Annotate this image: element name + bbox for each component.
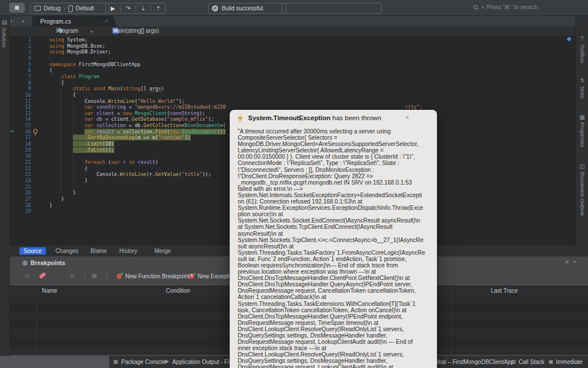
tool-tab-toolbox[interactable]: ⊤Toolbox — [576, 36, 588, 63]
tool-tab-tests[interactable]: ↯Tests — [576, 77, 588, 98]
tool-tab-document-outline[interactable]: ◫Document Outline — [576, 163, 588, 216]
new-function-breakpoint-icon[interactable]: + — [117, 274, 122, 279]
line-number[interactable]: 24 — [10, 178, 31, 184]
code-line[interactable]: var collection = db.GetCollection<BsonDo… — [49, 122, 226, 129]
line-number[interactable]: 7 — [10, 74, 31, 80]
line-number[interactable]: 29 — [10, 208, 31, 214]
code-line[interactable]: .ToList(); — [49, 147, 114, 154]
column-name[interactable]: Name — [42, 288, 57, 294]
remove-all-icon[interactable]: ⊗ — [69, 272, 75, 279]
code-line[interactable]: using MongoDB.Bson; — [49, 43, 105, 49]
line-number[interactable]: 28 — [10, 202, 31, 209]
new-function-breakpoint-button[interactable]: New Function Breakpoint — [125, 273, 189, 279]
line-number[interactable]: 6 — [10, 67, 31, 74]
build-status-widget[interactable]: ✓ Build successful. — [208, 3, 287, 14]
forward-arrow[interactable]: › — [22, 17, 24, 24]
line-number[interactable]: 2 — [10, 43, 31, 49]
scrollbar-marker[interactable] — [567, 37, 571, 41]
code-line[interactable]: foreach (var r in result) — [49, 159, 158, 166]
code-line[interactable]: static void Main(string[] args) — [49, 86, 164, 92]
exception-message[interactable]: "A timeout occurred after 30000ms select… — [238, 128, 430, 368]
code-line[interactable]: { — [49, 67, 52, 74]
line-number[interactable]: 4 — [10, 55, 31, 62]
tab-pin-icon[interactable]: ▫ — [98, 16, 99, 26]
code-line[interactable]: { — [49, 166, 88, 172]
column-condition[interactable]: Condition — [166, 288, 190, 294]
line-number[interactable]: 3 — [10, 49, 31, 55]
code-line[interactable]: var result = collection.Find(new BsonDoc… — [49, 129, 226, 135]
vcs-tab-history[interactable]: History — [115, 247, 141, 255]
tool-tab-package-console[interactable]: Package Console — [121, 359, 166, 365]
line-number[interactable]: 5 — [10, 62, 31, 68]
tool-tab-terminal[interactable]: Terminal – FirstMongoDBClientApp — [424, 359, 514, 365]
line-number[interactable]: 17 — [10, 135, 31, 141]
code-line[interactable]: var client = new MongoClient(connString)… — [49, 110, 205, 117]
line-number[interactable]: 11 — [10, 98, 31, 105]
navigate-arrow-icon[interactable]: ↪ — [10, 128, 14, 134]
new-exception-breakpoint-icon[interactable]: ↯+ — [189, 274, 194, 279]
back-arrow[interactable]: ‹ — [10, 17, 13, 24]
vcs-tab-blame[interactable]: Blame — [87, 247, 111, 255]
code-line[interactable]: } — [49, 178, 88, 184]
line-number[interactable]: 20 — [10, 153, 31, 159]
run-button[interactable]: ▶ — [106, 5, 120, 12]
code-line[interactable]: } — [49, 196, 64, 202]
disable-breakpoints-icon[interactable]: ⊘ — [25, 272, 30, 279]
code-line[interactable]: class Program — [49, 74, 99, 80]
step-over-button[interactable]: ↷ — [120, 5, 135, 12]
tool-tab-immediate[interactable]: Immediate — [556, 359, 583, 365]
code-line[interactable]: .SortByDescending(m => m["runtime"]) — [49, 135, 191, 141]
search-everywhere[interactable]: ▾ Press '⌘.' to search — [473, 4, 537, 10]
close-panel-icon[interactable]: × — [573, 259, 576, 264]
exception-lightning-icon — [237, 114, 243, 122]
code-line[interactable]: var db = client.GetDatabase("sample_mfli… — [49, 116, 214, 122]
popup-close-icon[interactable]: × — [405, 114, 409, 121]
line-number[interactable]: 18 — [10, 141, 31, 147]
line-number[interactable]: 21 — [10, 159, 31, 166]
tab-program-cs[interactable]: Program.cs ▫ × — [32, 16, 117, 26]
run-config-selector[interactable]: Debug › Default — [30, 3, 109, 14]
stop-button[interactable] — [9, 3, 25, 13]
code-line[interactable]: } — [49, 190, 76, 196]
line-number[interactable]: 13 — [10, 110, 31, 117]
code-line[interactable]: { — [49, 80, 64, 86]
line-number[interactable]: 8 — [10, 80, 31, 86]
breadcrumb-program[interactable]: Program — [56, 28, 78, 34]
line-number[interactable]: 12 — [10, 104, 31, 110]
vcs-tab-source[interactable]: Source — [20, 247, 46, 255]
line-number[interactable]: 14 — [10, 116, 31, 122]
vcs-tab-changes[interactable]: Changes — [52, 247, 83, 255]
code-line[interactable]: using System; — [49, 37, 88, 43]
line-number[interactable]: 23 — [10, 171, 31, 178]
line-number[interactable]: 27 — [10, 196, 31, 202]
code-line[interactable]: namespace FirstMongoDBClientApp — [49, 62, 141, 68]
line-number[interactable]: 25 — [10, 184, 31, 190]
line-number[interactable]: 1 — [10, 37, 31, 43]
stack-trace-line: on (61): Connection refused 192.168.0.1:… — [238, 198, 430, 205]
code-line[interactable]: using MongoDB.Driver; — [49, 49, 111, 55]
code-line[interactable]: .Limit(10) — [49, 141, 114, 147]
tab-close-icon[interactable]: × — [105, 16, 109, 26]
line-number[interactable]: 9 — [10, 86, 31, 92]
line-number[interactable]: 22 — [10, 166, 31, 172]
tool-tab-solution[interactable]: Solution — [1, 28, 7, 47]
tool-tab-properties[interactable]: ▦Properties — [576, 114, 588, 147]
vcs-tab-merge[interactable]: Merge — [150, 247, 175, 255]
lightbulb-icon[interactable] — [33, 129, 38, 136]
code-line[interactable]: Console.WriteLine("Hello World!"); — [49, 98, 184, 105]
column-last-trace[interactable]: Last Trace — [491, 288, 518, 294]
step-out-button[interactable]: ⇡ — [150, 5, 165, 12]
remove-breakpoint-icon[interactable] — [38, 272, 46, 279]
group-breakpoints-icon[interactable]: ▣ — [91, 272, 97, 279]
float-window-icon[interactable]: ⇲ — [564, 259, 569, 264]
code-line[interactable]: } — [49, 202, 52, 209]
line-number[interactable]: 19 — [10, 147, 31, 154]
code-line[interactable]: { — [49, 92, 76, 98]
line-number[interactable]: 26 — [10, 190, 31, 196]
mute-breakpoints-icon[interactable]: ◌ — [55, 272, 59, 279]
breadcrumb-main[interactable]: Main(string[] args) — [113, 28, 159, 34]
step-into-button[interactable]: ⇣ — [136, 5, 150, 12]
line-number[interactable]: 10 — [10, 92, 31, 98]
code-line[interactable]: Console.WriteLine(r.GetValue("title")); — [49, 171, 211, 178]
tool-tab-call-stack[interactable]: Call Stack — [519, 359, 544, 365]
